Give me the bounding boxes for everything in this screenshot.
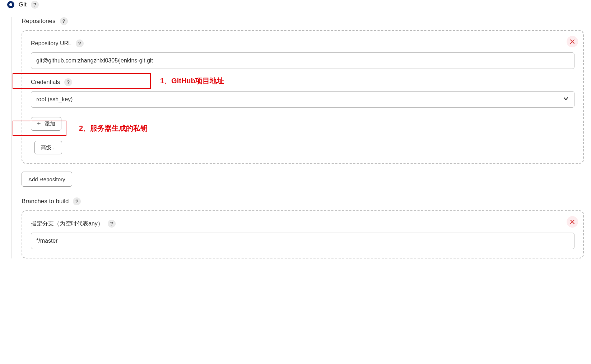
- repository-url-label: Repository URL: [31, 40, 71, 47]
- radio-selected-icon: [7, 1, 14, 8]
- branch-specifier-input[interactable]: [31, 233, 574, 249]
- help-icon[interactable]: ?: [31, 1, 39, 9]
- advanced-button[interactable]: 高级...: [34, 141, 62, 154]
- remove-repository-button[interactable]: [567, 36, 578, 47]
- credentials-label: Credentials: [31, 79, 60, 85]
- branch-specifier-label: 指定分支（为空时代表any）: [31, 220, 103, 228]
- credentials-select[interactable]: root (ssh_key): [31, 91, 574, 108]
- help-icon[interactable]: ?: [76, 39, 84, 47]
- close-icon: [570, 219, 575, 224]
- repository-url-input[interactable]: [31, 52, 574, 69]
- help-icon[interactable]: ?: [73, 197, 81, 205]
- help-icon[interactable]: ?: [64, 78, 72, 86]
- chevron-down-icon: [563, 95, 569, 103]
- close-icon: [570, 39, 575, 44]
- plus-icon: +: [37, 120, 41, 128]
- branches-section-label: Branches to build ?: [22, 197, 584, 205]
- repository-config-box: Repository URL ? Credentials ? root (ssh…: [22, 30, 584, 164]
- remove-branch-button[interactable]: [567, 216, 578, 228]
- branch-config-box: 指定分支（为空时代表any） ?: [22, 210, 584, 258]
- scm-git-radio-row[interactable]: Git ?: [7, 0, 584, 9]
- help-icon[interactable]: ?: [108, 220, 116, 228]
- add-repository-button[interactable]: Add Repository: [22, 172, 72, 187]
- repositories-section-label: Repositories ?: [22, 17, 584, 25]
- scm-git-label: Git: [19, 1, 27, 8]
- credentials-selected-value: root (ssh_key): [36, 96, 73, 103]
- help-icon[interactable]: ?: [60, 17, 68, 25]
- add-credentials-button[interactable]: + 添加: [31, 117, 61, 131]
